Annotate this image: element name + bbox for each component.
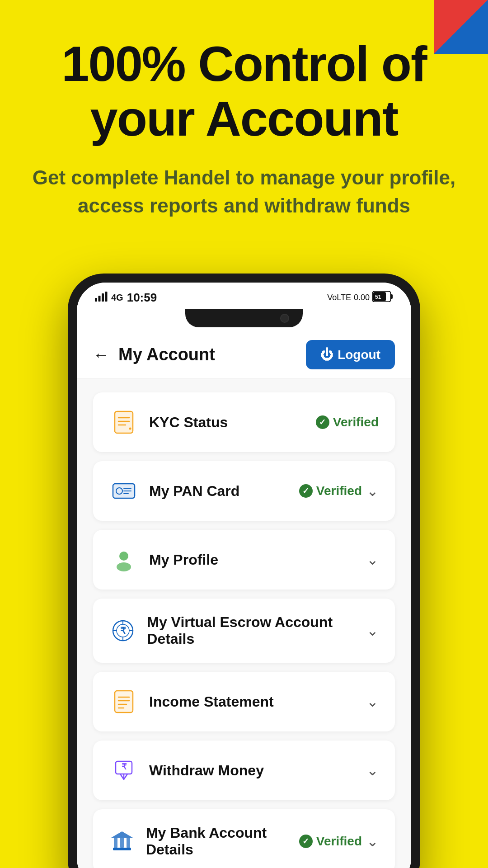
svg-rect-36 bbox=[114, 838, 117, 848]
income-label: Income Statement bbox=[149, 693, 274, 710]
subtitle: Get complete Handel to manage your profi… bbox=[27, 164, 461, 219]
kyc-right: ✓ Verified bbox=[316, 415, 379, 429]
phone-wrapper: 4G 10:59 VoLTE 0.00 51 bbox=[0, 274, 488, 868]
withdraw-label: Withdraw Money bbox=[149, 762, 264, 779]
svg-rect-35 bbox=[113, 848, 131, 850]
income-right: ⌄ bbox=[366, 693, 379, 710]
phone-inner: 4G 10:59 VoLTE 0.00 51 bbox=[77, 283, 411, 868]
withdraw-right: ⌄ bbox=[366, 762, 379, 779]
status-time: 10:59 bbox=[127, 291, 157, 305]
bank-icon bbox=[109, 827, 135, 856]
bank-chevron-icon: ⌄ bbox=[366, 833, 379, 850]
kyc-verified-badge: ✓ Verified bbox=[316, 415, 379, 429]
escrow-label: My Virtual Escrow Account Details bbox=[147, 614, 366, 647]
menu-item-withdraw-left: ₹ Withdraw Money bbox=[109, 756, 264, 785]
svg-rect-1 bbox=[99, 296, 101, 302]
kyc-icon bbox=[109, 408, 138, 437]
menu-item-kyc-left: KYC Status bbox=[109, 408, 228, 437]
page-title: My Account bbox=[118, 345, 215, 364]
menu-item-bank-left: My Bank Account Details bbox=[109, 825, 299, 858]
app-header: ← My Account ⏻ Logout bbox=[77, 331, 411, 379]
power-icon: ⏻ bbox=[320, 347, 333, 362]
menu-item-escrow[interactable]: ₹ My Virtual Escrow Account Details ⌄ bbox=[93, 599, 395, 663]
menu-item-kyc[interactable]: KYC Status ✓ Verified bbox=[93, 392, 395, 452]
header-left: ← My Account bbox=[93, 345, 215, 364]
menu-item-escrow-left: ₹ My Virtual Escrow Account Details bbox=[109, 614, 366, 647]
profile-label: My Profile bbox=[149, 552, 218, 568]
withdraw-icon: ₹ bbox=[109, 756, 138, 785]
menu-item-income-left: Income Statement bbox=[109, 687, 274, 716]
menu-item-withdraw[interactable]: ₹ Withdraw Money ⌄ bbox=[93, 741, 395, 800]
menu-item-bank[interactable]: My Bank Account Details ✓ Verified ⌄ bbox=[93, 809, 395, 868]
menu-item-pan-left: My PAN Card bbox=[109, 476, 239, 505]
svg-point-13 bbox=[129, 428, 131, 430]
income-chevron-icon: ⌄ bbox=[366, 693, 379, 710]
svg-rect-25 bbox=[115, 691, 133, 712]
svg-rect-6 bbox=[390, 294, 393, 299]
corner-decoration bbox=[434, 0, 488, 54]
withdraw-chevron-icon: ⌄ bbox=[366, 762, 379, 779]
svg-point-21 bbox=[117, 562, 131, 571]
pan-label: My PAN Card bbox=[149, 483, 239, 500]
logout-label: Logout bbox=[338, 348, 380, 362]
logout-button[interactable]: ⏻ Logout bbox=[306, 340, 395, 369]
profile-chevron-icon: ⌄ bbox=[366, 551, 379, 568]
svg-rect-2 bbox=[102, 293, 104, 302]
phone-frame: 4G 10:59 VoLTE 0.00 51 bbox=[68, 274, 420, 868]
network-type: 4G bbox=[111, 292, 123, 303]
bank-check-icon: ✓ bbox=[299, 835, 313, 848]
front-camera bbox=[280, 314, 289, 323]
back-button[interactable]: ← bbox=[93, 345, 109, 364]
hero-section: 100% Control of your Account Get complet… bbox=[0, 0, 488, 274]
svg-point-20 bbox=[119, 552, 128, 561]
profile-icon bbox=[109, 545, 138, 574]
svg-rect-3 bbox=[105, 292, 108, 302]
profile-right: ⌄ bbox=[366, 551, 379, 568]
menu-item-pan[interactable]: My PAN Card ✓ Verified ⌄ bbox=[93, 461, 395, 521]
svg-rect-8 bbox=[115, 411, 133, 433]
escrow-icon: ₹ bbox=[109, 616, 136, 645]
kyc-check-icon: ✓ bbox=[316, 415, 329, 429]
svg-marker-34 bbox=[111, 831, 133, 838]
status-left: 4G 10:59 bbox=[95, 291, 157, 305]
pan-chevron-icon: ⌄ bbox=[366, 482, 379, 500]
menu-item-profile-left: My Profile bbox=[109, 545, 218, 574]
notch-area bbox=[77, 309, 411, 331]
svg-text:₹: ₹ bbox=[120, 626, 126, 636]
svg-text:51: 51 bbox=[375, 294, 381, 300]
escrow-chevron-icon: ⌄ bbox=[366, 622, 379, 639]
bank-right: ✓ Verified ⌄ bbox=[299, 833, 379, 850]
menu-item-income[interactable]: Income Statement ⌄ bbox=[93, 672, 395, 731]
svg-rect-37 bbox=[120, 838, 124, 848]
network-icon bbox=[95, 292, 108, 304]
escrow-right: ⌄ bbox=[366, 622, 379, 639]
status-right: VoLTE 0.00 51 bbox=[327, 291, 393, 304]
bank-verified-badge: ✓ Verified bbox=[299, 834, 362, 849]
bank-label: My Bank Account Details bbox=[146, 825, 299, 858]
svg-text:₹: ₹ bbox=[122, 762, 127, 771]
menu-item-profile[interactable]: My Profile ⌄ bbox=[93, 530, 395, 590]
svg-rect-0 bbox=[95, 298, 97, 302]
menu-content: KYC Status ✓ Verified bbox=[77, 379, 411, 868]
main-title: 100% Control of your Account bbox=[27, 36, 461, 146]
kyc-label: KYC Status bbox=[149, 414, 228, 431]
data-speed: 0.00 bbox=[354, 293, 370, 302]
status-bar: 4G 10:59 VoLTE 0.00 51 bbox=[77, 283, 411, 309]
battery-icon: 51 bbox=[372, 291, 393, 304]
pan-verified-badge: ✓ Verified bbox=[299, 484, 362, 498]
pan-icon bbox=[109, 476, 138, 505]
vol-text: VoLTE bbox=[327, 293, 351, 302]
svg-rect-38 bbox=[127, 838, 130, 848]
notch bbox=[185, 309, 303, 327]
income-icon bbox=[109, 687, 138, 716]
pan-right: ✓ Verified ⌄ bbox=[299, 482, 379, 500]
pan-check-icon: ✓ bbox=[299, 484, 313, 498]
